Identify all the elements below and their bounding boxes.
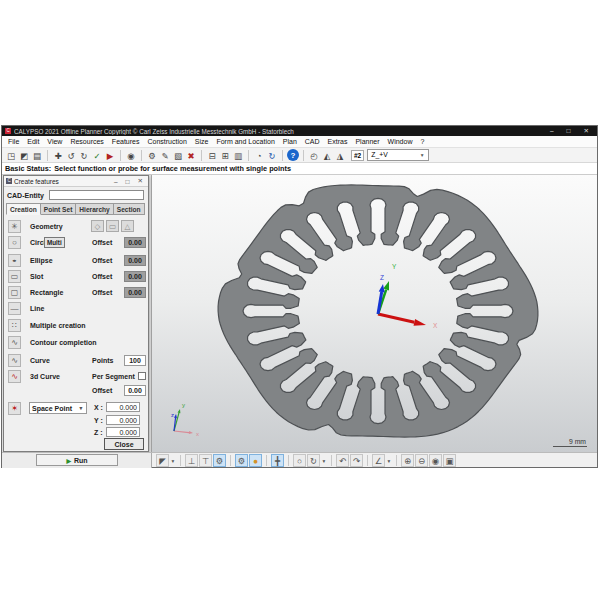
chevron-down-icon[interactable]: ▾: [170, 458, 176, 464]
select-cursor-icon[interactable]: ◤: [156, 454, 169, 467]
x-value[interactable]: 0.000: [106, 402, 140, 412]
start-run-icon[interactable]: ▶: [104, 149, 116, 161]
probe-combo[interactable]: Z_+V ▾: [367, 149, 429, 161]
menu-resources[interactable]: Resources: [66, 138, 107, 145]
rectangle-offset-value[interactable]: 0.00: [124, 287, 146, 298]
delete-icon[interactable]: ✖: [185, 149, 197, 161]
view-a-icon[interactable]: ◭: [321, 149, 333, 161]
zoom-select-icon[interactable]: ◉: [429, 454, 442, 467]
rotate-view-icon[interactable]: ◴: [308, 149, 320, 161]
measure-icon[interactable]: ∠: [372, 454, 385, 467]
menu-form-and-location[interactable]: Form and Location: [212, 138, 278, 145]
3d-curve-offset-value[interactable]: 0.00: [124, 385, 146, 396]
view-next-icon[interactable]: ↷: [350, 454, 363, 467]
rotate-free-icon[interactable]: ○: [293, 454, 306, 467]
menu-file[interactable]: File: [4, 138, 23, 145]
settings-icon[interactable]: ⚙: [146, 149, 158, 161]
shaded-view-icon[interactable]: ●: [249, 454, 262, 467]
menu-construction[interactable]: Construction: [143, 138, 190, 145]
maximize-icon[interactable]: □: [562, 126, 576, 136]
list-icon[interactable]: ▥: [232, 149, 244, 161]
space-point-icon[interactable]: ✶: [8, 402, 21, 415]
confirm-icon[interactable]: ✓: [91, 149, 103, 161]
contour-completion-icon[interactable]: ∿: [8, 336, 21, 349]
circle-offset-value[interactable]: 0.00: [124, 237, 146, 248]
multi-button[interactable]: Multi: [44, 237, 65, 248]
cad-viewport[interactable]: XYZxyz 9 mm: [152, 175, 597, 452]
menu-size[interactable]: Size: [191, 138, 213, 145]
menu-view[interactable]: View: [43, 138, 66, 145]
probe-icon[interactable]: ⊥: [185, 454, 198, 467]
line-icon[interactable]: —: [8, 302, 21, 315]
undo-icon[interactable]: ↺: [65, 149, 77, 161]
view-previous-icon[interactable]: ↶: [336, 454, 349, 467]
pan-icon[interactable]: ╋: [271, 454, 284, 467]
zoom-in-icon[interactable]: ⊕: [401, 454, 414, 467]
dialog-minimize-icon[interactable]: –: [111, 178, 121, 185]
probe-alt-icon[interactable]: ⊤: [199, 454, 212, 467]
cad-settings-icon[interactable]: ⚙: [213, 454, 226, 467]
chevron-down-icon[interactable]: ▾: [321, 458, 327, 464]
redo-icon[interactable]: ↻: [78, 149, 90, 161]
tab-section[interactable]: Section: [114, 203, 145, 215]
3d-curve-icon[interactable]: ∿: [8, 370, 21, 383]
space-point-select[interactable]: Space Point ▾: [29, 402, 87, 414]
remove-icon[interactable]: ⊟: [206, 149, 218, 161]
menu-?[interactable]: ?: [416, 138, 428, 145]
save-icon[interactable]: ▤: [31, 149, 43, 161]
chevron-down-icon[interactable]: ▾: [386, 458, 392, 464]
minimize-icon[interactable]: –: [545, 126, 559, 136]
probe-number-chip[interactable]: #2: [351, 150, 364, 161]
slot-offset-value[interactable]: 0.00: [124, 271, 146, 282]
geometry-cylinder-button[interactable]: ▭: [106, 220, 119, 232]
insert-icon[interactable]: ⊞: [219, 149, 231, 161]
menu-extras[interactable]: Extras: [324, 138, 352, 145]
close-icon[interactable]: ✕: [579, 126, 594, 136]
geometry-plane-button[interactable]: ◇: [91, 220, 104, 232]
close-button[interactable]: Close: [104, 438, 144, 450]
new-plan-icon[interactable]: ◳: [5, 149, 17, 161]
menu-planner[interactable]: Planner: [351, 138, 383, 145]
ellipse-offset-value[interactable]: 0.00: [124, 255, 146, 266]
geometry-icon[interactable]: ✳: [8, 220, 21, 233]
multiple-creation-icon[interactable]: ∷: [8, 319, 21, 332]
add-feature-icon[interactable]: ✚: [52, 149, 64, 161]
curve-icon[interactable]: ∿: [8, 354, 21, 367]
per-segment-checkbox[interactable]: [138, 372, 146, 380]
zoom-out-icon[interactable]: ⊖: [415, 454, 428, 467]
view-b-icon[interactable]: ◮: [334, 149, 346, 161]
pattern-icon[interactable]: ▧: [172, 149, 184, 161]
menu-edit[interactable]: Edit: [23, 138, 43, 145]
dialog-close-icon[interactable]: ✕: [135, 177, 146, 185]
z-value[interactable]: 0.000: [106, 427, 140, 437]
rotate-axis-icon[interactable]: ↻: [307, 454, 320, 467]
ellipse-label: Ellipse: [30, 257, 53, 264]
dialog-maximize-icon[interactable]: □: [123, 178, 133, 185]
find-icon[interactable]: ◉: [125, 149, 137, 161]
tab-creation[interactable]: Creation: [6, 203, 41, 215]
menu-window[interactable]: Window: [384, 138, 417, 145]
rectangle-icon[interactable]: ▢: [8, 286, 21, 299]
z-axis: [174, 418, 176, 431]
zoom-fit-icon[interactable]: ▣: [443, 454, 456, 467]
menu-plan[interactable]: Plan: [279, 138, 301, 145]
geometry-cone-button[interactable]: △: [121, 220, 134, 232]
slot-icon[interactable]: ▭: [8, 270, 21, 283]
ellipse-icon[interactable]: ●: [8, 254, 21, 267]
run-button[interactable]: ▶ Run: [36, 454, 118, 466]
open-plan-icon[interactable]: ◩: [18, 149, 30, 161]
tab-hierarchy[interactable]: Hierarchy: [76, 203, 113, 215]
menu-features[interactable]: Features: [108, 138, 144, 145]
edit-icon[interactable]: ✎: [159, 149, 171, 161]
refresh-icon[interactable]: ↻: [266, 149, 278, 161]
points-value[interactable]: 100: [124, 355, 146, 366]
tab-point-set[interactable]: Point Set: [41, 203, 77, 215]
circle-icon[interactable]: ○: [8, 236, 21, 249]
help-icon[interactable]: ?: [287, 149, 299, 161]
cad-canvas[interactable]: XYZxyz: [152, 175, 597, 452]
y-value[interactable]: 0.000: [106, 415, 140, 425]
cad-entity-input[interactable]: [49, 190, 144, 200]
clock-icon[interactable]: ◔: [253, 149, 265, 161]
menu-cad[interactable]: CAD: [301, 138, 324, 145]
view-settings-icon[interactable]: ⚙: [235, 454, 248, 467]
